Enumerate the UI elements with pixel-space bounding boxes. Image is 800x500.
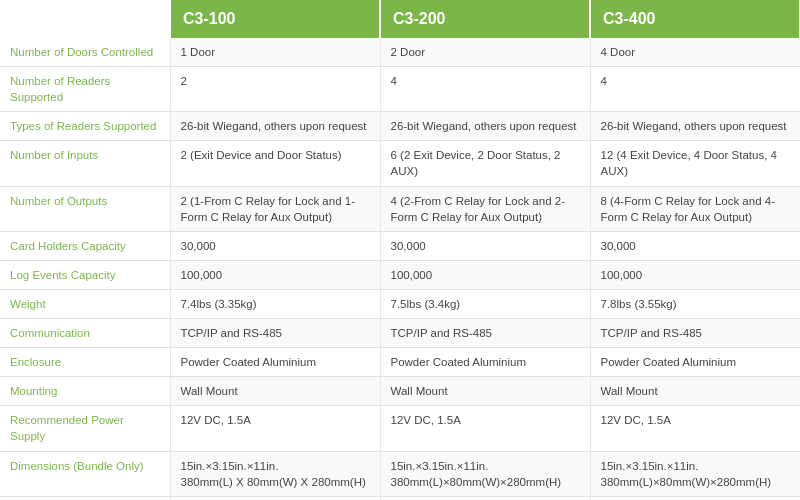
row-cell: 6 (2 Exit Device, 2 Door Status, 2 AUX) — [380, 141, 590, 186]
row-label: Types of Readers Supported — [0, 112, 170, 141]
row-cell: 100,000 — [590, 260, 800, 289]
table-row: Types of Readers Supported26-bit Wiegand… — [0, 112, 800, 141]
row-cell: 12V DC, 1.5A — [170, 406, 380, 451]
row-cell: 4 — [590, 67, 800, 112]
row-cell: 26-bit Wiegand, others upon request — [170, 112, 380, 141]
row-cell: 15in.×3.15in.×11in.380mm(L) X 80mm(W) X … — [170, 451, 380, 496]
row-label: Enclosure — [0, 348, 170, 377]
table-row: Card Holders Capacity30,00030,00030,000 — [0, 231, 800, 260]
row-cell: 4 Door — [590, 38, 800, 67]
row-cell: Wall Mount — [590, 377, 800, 406]
table-row: Dimensions ( Board Only)6.3in.×4.17in.(1… — [0, 496, 800, 500]
row-cell: 2 Door — [380, 38, 590, 67]
table-row: Number of Doors Controlled1 Door2 Door4 … — [0, 38, 800, 67]
row-cell: 30,000 — [380, 231, 590, 260]
table-row: Number of Readers Supported244 — [0, 67, 800, 112]
header-empty — [0, 0, 170, 38]
row-cell: 100,000 — [170, 260, 380, 289]
row-label: Recommended Power Supply — [0, 406, 170, 451]
row-cell: 1 Door — [170, 38, 380, 67]
row-cell: 6.3in.×4.17in.(160mm×106mm) — [170, 496, 380, 500]
row-label: Number of Inputs — [0, 141, 170, 186]
row-cell: 26-bit Wiegand, others upon request — [590, 112, 800, 141]
row-cell: 7.4lbs (3.35kg) — [170, 289, 380, 318]
row-cell: Powder Coated Aluminium — [380, 348, 590, 377]
row-cell: Wall Mount — [170, 377, 380, 406]
row-label: Number of Outputs — [0, 186, 170, 231]
row-cell: 15in.×3.15in.×11in.380mm(L)×80mm(W)×280m… — [590, 451, 800, 496]
row-label: Weight — [0, 289, 170, 318]
row-cell: 7.8lbs (3.55kg) — [590, 289, 800, 318]
row-label: Dimensions (Bundle Only) — [0, 451, 170, 496]
row-cell: 6.3in.×4.17in.(160mm×106mm) — [590, 496, 800, 500]
row-label: Card Holders Capacity — [0, 231, 170, 260]
row-cell: 6.3in.×4.17in.(160mm×106mm) — [380, 496, 590, 500]
row-label: Number of Readers Supported — [0, 67, 170, 112]
row-cell: 2 (Exit Device and Door Status) — [170, 141, 380, 186]
row-cell: 30,000 — [590, 231, 800, 260]
row-label: Mounting — [0, 377, 170, 406]
row-cell: TCP/IP and RS-485 — [590, 319, 800, 348]
row-cell: 8 (4-Form C Relay for Lock and 4-Form C … — [590, 186, 800, 231]
row-label: Communication — [0, 319, 170, 348]
table-row: Log Events Capacity100,000100,000100,000 — [0, 260, 800, 289]
table-row: MountingWall MountWall MountWall Mount — [0, 377, 800, 406]
row-label: Dimensions ( Board Only) — [0, 496, 170, 500]
row-cell: 4 — [380, 67, 590, 112]
row-label: Log Events Capacity — [0, 260, 170, 289]
row-cell: 12 (4 Exit Device, 4 Door Status, 4 AUX) — [590, 141, 800, 186]
row-cell: Powder Coated Aluminium — [590, 348, 800, 377]
table-row: Weight7.4lbs (3.35kg)7.5lbs (3.4kg)7.8lb… — [0, 289, 800, 318]
row-cell: 12V DC, 1.5A — [380, 406, 590, 451]
header-model-c3400: C3-400 — [590, 0, 800, 38]
row-cell: 12V DC, 1.5A — [590, 406, 800, 451]
comparison-table: C3-100C3-200C3-400 Number of Doors Contr… — [0, 0, 800, 500]
row-cell: 2 — [170, 67, 380, 112]
row-cell: TCP/IP and RS-485 — [170, 319, 380, 348]
row-cell: TCP/IP and RS-485 — [380, 319, 590, 348]
table-row: CommunicationTCP/IP and RS-485TCP/IP and… — [0, 319, 800, 348]
row-cell: 2 (1-From C Relay for Lock and 1-Form C … — [170, 186, 380, 231]
row-cell: 26-bit Wiegand, others upon request — [380, 112, 590, 141]
row-cell: 100,000 — [380, 260, 590, 289]
row-cell: 15in.×3.15in.×11in.380mm(L)×80mm(W)×280m… — [380, 451, 590, 496]
table-row: Dimensions (Bundle Only)15in.×3.15in.×11… — [0, 451, 800, 496]
header-model-c3100: C3-100 — [170, 0, 380, 38]
row-cell: Powder Coated Aluminium — [170, 348, 380, 377]
table-row: EnclosurePowder Coated AluminiumPowder C… — [0, 348, 800, 377]
row-cell: 7.5lbs (3.4kg) — [380, 289, 590, 318]
row-cell: 30,000 — [170, 231, 380, 260]
table-row: Number of Outputs2 (1-From C Relay for L… — [0, 186, 800, 231]
table-row: Number of Inputs2 (Exit Device and Door … — [0, 141, 800, 186]
header-model-c3200: C3-200 — [380, 0, 590, 38]
row-label: Number of Doors Controlled — [0, 38, 170, 67]
row-cell: 4 (2-From C Relay for Lock and 2-Form C … — [380, 186, 590, 231]
table-row: Recommended Power Supply12V DC, 1.5A12V … — [0, 406, 800, 451]
row-cell: Wall Mount — [380, 377, 590, 406]
